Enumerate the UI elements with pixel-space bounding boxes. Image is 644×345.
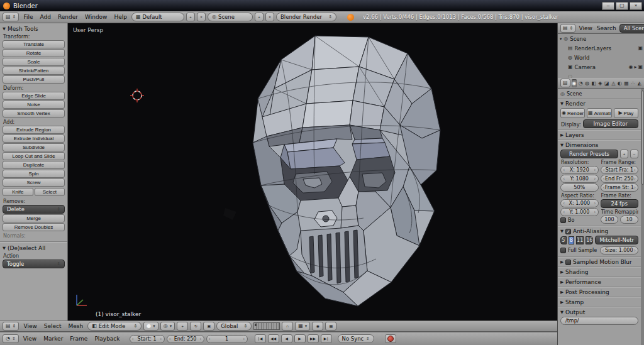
frame-start-field[interactable]: Start Fra: 1 — [601, 166, 639, 174]
delete-menu[interactable]: Delete ⇕ — [3, 205, 65, 214]
knife-button[interactable]: Knife — [3, 188, 33, 196]
unlink-scene-button[interactable]: × — [265, 13, 274, 21]
render-toggle-icon[interactable]: ▣ — [638, 65, 643, 70]
aa-samples-8[interactable]: 8 — [569, 236, 575, 244]
menu-window[interactable]: Window — [82, 14, 110, 20]
full-sample-checkbox[interactable] — [560, 248, 566, 253]
render-panel-header[interactable]: ▼ Render — [560, 101, 638, 107]
menu-frame[interactable]: Frame — [67, 336, 90, 342]
remove-doubles-button[interactable]: Remove Doubles — [3, 223, 65, 231]
performance-panel-header[interactable]: ▶ Performance — [560, 279, 638, 285]
output-panel-header[interactable]: ▼ Output — [560, 309, 638, 315]
scrollbar-thumb[interactable] — [641, 90, 644, 185]
outliner-display-mode-select[interactable]: All Scenes — [619, 24, 644, 33]
snap-element-select[interactable]: ▦ ▾ — [295, 322, 310, 331]
shading-panel-header[interactable]: ▶ Shading — [560, 269, 638, 275]
add-screen-button[interactable]: + — [186, 13, 195, 21]
menu-mesh[interactable]: Mesh — [66, 323, 86, 329]
editor-type-button[interactable]: ◔ ⇕ — [3, 334, 19, 343]
outliner-row-partial[interactable]: ◌ — [558, 72, 644, 78]
menu-search[interactable]: Search — [596, 25, 618, 31]
tab-scene[interactable]: ◔ — [578, 79, 583, 87]
visibility-eye-icon[interactable]: ◉ — [628, 65, 633, 70]
resolution-x-field[interactable]: X: 1920 — [560, 166, 599, 174]
aa-samples-5[interactable]: 5 — [560, 236, 567, 244]
jump-to-start-button[interactable]: ∣◀ — [255, 334, 266, 343]
aa-samples-11[interactable]: 11 — [576, 236, 584, 244]
border-checkbox-row[interactable]: Bo — [560, 217, 599, 223]
opengl-render-anim-button[interactable]: ▦ — [325, 322, 336, 331]
mesh-tools-panel-header[interactable]: ▼ Mesh Tools — [3, 26, 65, 32]
menu-view[interactable]: View — [21, 323, 39, 329]
jump-to-end-button[interactable]: ▶∣ — [321, 334, 332, 343]
tab-modifiers[interactable]: ◪ — [604, 79, 609, 87]
remap-new-field[interactable]: 10 — [620, 216, 638, 224]
render-engine-select[interactable]: Blender Render ⇕ — [276, 13, 336, 21]
mode-select[interactable]: ◧ Edit Mode ⇕ — [87, 322, 142, 331]
pivot-point-select[interactable]: ◎ ▾ — [160, 322, 175, 331]
record-button[interactable] — [385, 334, 396, 343]
render-animation-button[interactable]: ▦ Animati — [587, 108, 611, 118]
menu-view[interactable]: View — [577, 25, 593, 31]
menu-marker[interactable]: Marker — [41, 336, 65, 342]
menu-select[interactable]: Select — [42, 323, 64, 329]
snap-magnet-toggle[interactable]: ∩ — [282, 322, 293, 331]
manipulator-scale-toggle[interactable]: ▣ — [203, 322, 214, 331]
render-still-button[interactable]: ◉ Render — [560, 108, 585, 118]
motion-blur-checkbox[interactable] — [565, 260, 571, 265]
remap-old-field[interactable]: 100 — [601, 216, 619, 224]
layers-widget[interactable] — [253, 322, 280, 330]
prev-keyframe-button[interactable]: ◀◀ — [268, 334, 279, 343]
scale-button[interactable]: Scale — [3, 58, 65, 66]
play-rendered-button[interactable]: ▶ Play — [614, 108, 638, 118]
remove-preset-button[interactable]: – — [630, 150, 638, 158]
tab-particles[interactable]: ∴ — [630, 79, 635, 87]
editor-type-button[interactable]: ▤ ⇕ — [3, 13, 19, 21]
render-toggle-icon[interactable]: ▣ — [638, 46, 643, 51]
smooth-vertex-button[interactable]: Smooth Vertex — [3, 109, 65, 118]
redo-panel-header[interactable]: ▼ (De)select All — [3, 245, 65, 251]
layers-panel-header[interactable]: ▶ Layers — [560, 132, 638, 138]
next-keyframe-button[interactable]: ▶▶ — [308, 334, 319, 343]
menu-help[interactable]: Help — [111, 14, 130, 20]
tab-world[interactable]: ◍ — [584, 79, 589, 87]
manipulator-translate-toggle[interactable]: + — [177, 322, 188, 331]
editor-type-button[interactable]: ▤ ⇕ — [3, 322, 19, 331]
menu-file[interactable]: File — [21, 14, 35, 20]
aa-size-field[interactable]: Size: 1.000 — [600, 246, 639, 255]
action-menu[interactable]: Toggle ⇕ — [3, 260, 65, 268]
screen-layout-select[interactable]: ▦ Default — [131, 13, 184, 21]
menu-playback[interactable]: Playback — [92, 336, 122, 342]
push-pull-button[interactable]: Push/Pull — [3, 75, 65, 84]
editor-type-button[interactable]: ▤ — [560, 79, 570, 87]
screw-button[interactable]: Screw — [3, 178, 65, 187]
outliner-row-camera[interactable]: ▣ Camera ◉ ▸ ▣ — [558, 62, 644, 72]
frame-end-field[interactable]: End Fr: 250 — [601, 175, 639, 183]
full-sample-row[interactable]: Full Sample — [560, 248, 598, 253]
minimize-button[interactable]: – — [602, 2, 614, 10]
maximize-button[interactable]: ▢ — [616, 2, 628, 10]
manipulator-rotate-toggle[interactable]: ↻ — [190, 322, 201, 331]
stamp-panel-header[interactable]: ▶ Stamp — [560, 299, 638, 305]
loop-cut-button[interactable]: Loop Cut and Slide — [3, 152, 65, 160]
frame-rate-menu[interactable]: 24 fps — [601, 199, 639, 208]
properties-scrollbar[interactable] — [641, 89, 644, 345]
extrude-region-button[interactable]: Extrude Region — [3, 126, 65, 134]
menu-render[interactable]: Render — [55, 14, 80, 20]
add-scene-button[interactable]: + — [255, 13, 264, 21]
border-checkbox[interactable] — [560, 217, 566, 223]
viewport-3d[interactable]: User Persp (1) visor_stalker ▼ Mesh Tool… — [0, 23, 557, 320]
extrude-individual-button[interactable]: Extrude Individual — [3, 134, 65, 143]
tab-object-data[interactable]: ◬ — [611, 79, 616, 87]
aa-samples-16[interactable]: 16 — [586, 236, 593, 244]
aa-filter-menu[interactable]: Mitchell-Netr — [595, 236, 638, 244]
tab-physics[interactable]: ◭ — [637, 79, 642, 87]
rotate-button[interactable]: Rotate — [3, 49, 65, 57]
frame-start-field[interactable]: Start: 1 — [130, 335, 165, 343]
add-preset-button[interactable]: + — [620, 150, 628, 158]
resolution-percentage-slider[interactable]: 50% — [560, 183, 599, 192]
tab-object[interactable]: ◧ — [591, 79, 596, 87]
antialiasing-checkbox[interactable]: ✓ — [565, 229, 571, 234]
shrink-fatten-button[interactable]: Shrink/Fatten — [3, 67, 65, 75]
menu-view[interactable]: View — [21, 336, 39, 342]
